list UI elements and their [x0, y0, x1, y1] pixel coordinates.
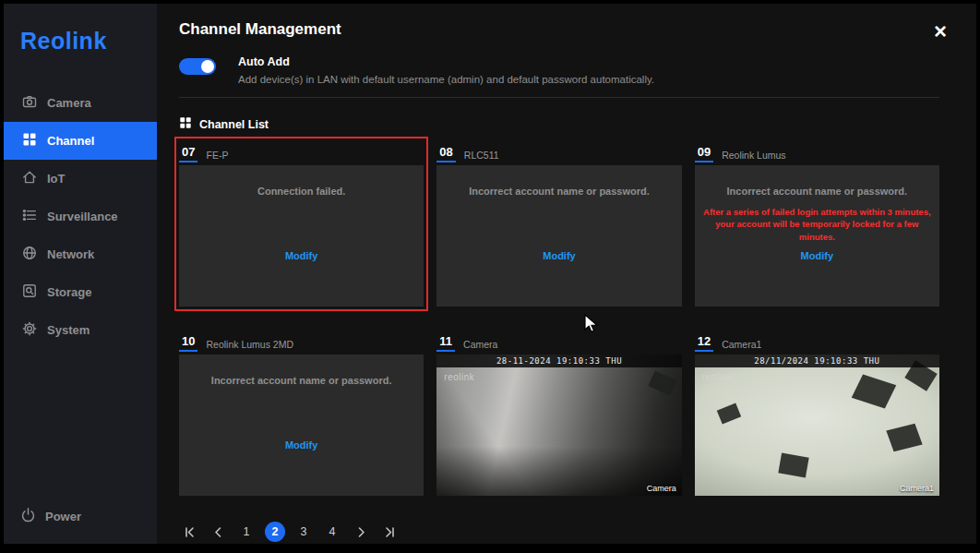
page-button-4[interactable]: 4 [322, 522, 342, 542]
channel-grid: 07 FE-P Connection failed. Modify 08 RLC… [179, 141, 939, 496]
camera-name-overlay: Camera1 [900, 484, 934, 493]
sidebar-nav: Camera Channel IoT Surveillance Network … [4, 84, 157, 349]
sidebar-item-storage[interactable]: Storage [4, 273, 157, 311]
lockout-warning: After a series of failed login attempts … [695, 206, 939, 243]
page-button-2-active[interactable]: 2 [265, 522, 285, 542]
channel-name: Reolink Lumus 2MD [206, 339, 293, 352]
system-gear-icon [22, 321, 37, 339]
channel-number: 12 [695, 334, 713, 352]
sidebar-item-iot[interactable]: IoT [4, 160, 157, 198]
status-message: Incorrect account name or password. [436, 186, 681, 197]
sidebar-item-label: Camera [47, 96, 91, 110]
card-body: Connection failed. Modify [179, 165, 424, 307]
sidebar-item-label: Channel [47, 134, 94, 148]
channel-grid-icon [22, 132, 37, 150]
sidebar-item-network[interactable]: Network [4, 235, 157, 273]
sidebar-item-label: System [47, 323, 90, 337]
first-page-icon[interactable] [179, 522, 199, 542]
toggle-knob [201, 60, 214, 73]
page-button-3[interactable]: 3 [293, 522, 314, 542]
status-message: Incorrect account name or password. [179, 375, 424, 386]
modify-link[interactable]: Modify [695, 250, 939, 261]
auto-add-description: Add device(s) in LAN with default userna… [238, 74, 654, 85]
previous-page-icon[interactable] [208, 522, 228, 542]
sidebar-item-channel[interactable]: Channel [4, 122, 157, 160]
channel-card-12[interactable]: 12 Camera1 28/11/2024 19:10:33 THU reoli… [695, 331, 939, 496]
network-globe-icon [22, 246, 37, 263]
card-header: 09 Reolink Lumus [695, 141, 939, 165]
app-window: Reolink Camera Channel IoT Surveillance … [4, 4, 976, 544]
live-video-preview[interactable]: 28/11/2024 19:10:33 THU reolink Camera1 [695, 355, 939, 496]
status-message: Connection failed. [179, 186, 424, 197]
channel-card-10[interactable]: 10 Reolink Lumus 2MD Incorrect account n… [179, 331, 424, 496]
last-page-icon[interactable] [379, 522, 400, 542]
modify-link[interactable]: Modify [179, 439, 424, 451]
channel-number: 10 [179, 334, 197, 352]
card-body: Incorrect account name or password. Modi… [436, 165, 681, 307]
live-video-preview[interactable]: 28-11-2024 19:10:33 THU reolink Camera [436, 355, 681, 496]
sidebar-item-surveillance[interactable]: Surveillance [4, 198, 157, 235]
auto-add-toggle[interactable] [179, 58, 216, 75]
next-page-icon[interactable] [351, 522, 371, 542]
pagination: 1 2 3 4 [179, 522, 939, 542]
channel-list-grid-icon [179, 116, 192, 132]
sidebar-item-label: Surveillance [47, 210, 118, 223]
iot-house-icon [22, 170, 37, 187]
power-button[interactable]: Power [20, 507, 81, 525]
channel-name: RLC511 [464, 150, 499, 162]
divider [179, 97, 939, 98]
sidebar-item-label: Network [47, 247, 94, 261]
channel-number: 11 [436, 334, 455, 352]
channel-number: 07 [179, 145, 197, 162]
modify-link[interactable]: Modify [179, 250, 424, 261]
channel-number: 09 [695, 145, 713, 162]
channel-name: FE-P [206, 150, 228, 162]
reolink-watermark: reolink [444, 372, 474, 382]
channel-card-09[interactable]: 09 Reolink Lumus Incorrect account name … [695, 141, 939, 307]
page-button-1[interactable]: 1 [236, 522, 257, 542]
channel-name: Camera1 [722, 339, 761, 352]
video-timestamp: 28-11-2024 19:10:33 THU [436, 355, 681, 367]
camera-name-overlay: Camera [647, 484, 676, 493]
page-title: Channel Management [179, 20, 939, 39]
channel-name: Reolink Lumus [722, 150, 785, 162]
sidebar: Reolink Camera Channel IoT Surveillance … [4, 4, 157, 544]
modify-link[interactable]: Modify [436, 250, 681, 261]
sidebar-item-label: IoT [47, 172, 66, 186]
card-header: 11 Camera [436, 331, 681, 355]
reolink-logo: Reolink [4, 4, 157, 54]
auto-add-label: Auto Add [238, 55, 654, 68]
video-timestamp: 28/11/2024 19:10:33 THU [695, 355, 939, 367]
channel-list-header: Channel List [179, 116, 939, 132]
channel-card-11[interactable]: 11 Camera 28-11-2024 19:10:33 THU reolin… [436, 331, 681, 496]
sidebar-item-system[interactable]: System [4, 311, 157, 349]
reolink-watermark: reolink [702, 372, 733, 382]
card-header: 10 Reolink Lumus 2MD [179, 331, 424, 355]
status-message: Incorrect account name or password. [695, 186, 939, 197]
channel-list-title: Channel List [199, 118, 269, 131]
storage-search-icon [22, 283, 37, 301]
channel-management-panel: Channel Management × Auto Add Add device… [157, 4, 976, 544]
close-icon[interactable]: × [934, 20, 947, 42]
power-label: Power [45, 510, 81, 523]
channel-number: 08 [436, 145, 455, 162]
card-body: Incorrect account name or password. Afte… [695, 165, 939, 307]
channel-card-08[interactable]: 08 RLC511 Incorrect account name or pass… [436, 141, 681, 307]
card-header: 07 FE-P [179, 141, 424, 165]
auto-add-section: Auto Add Add device(s) in LAN with defau… [179, 55, 939, 85]
channel-name: Camera [463, 339, 497, 352]
card-body: Incorrect account name or password. Modi… [179, 355, 424, 496]
sidebar-item-camera[interactable]: Camera [4, 84, 157, 122]
card-header: 08 RLC511 [436, 141, 681, 165]
power-icon [20, 507, 36, 525]
camera-icon [22, 94, 37, 112]
sidebar-item-label: Storage [47, 285, 91, 299]
card-header: 12 Camera1 [695, 331, 939, 355]
surveillance-list-icon [22, 208, 37, 225]
channel-card-07[interactable]: 07 FE-P Connection failed. Modify [179, 141, 424, 307]
